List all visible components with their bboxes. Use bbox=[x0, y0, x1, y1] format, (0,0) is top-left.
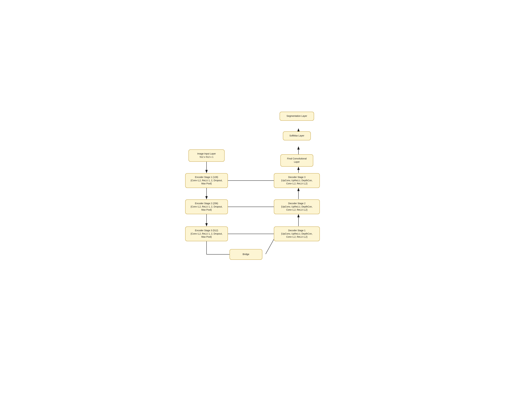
diagram-container: Image Input Layer512 x 512 x 1 Encoder S… bbox=[179, 146, 326, 274]
encoder-stage-2-node: Encoder Stage 2 (256){Conv-1,2, ReLU 1, … bbox=[185, 199, 228, 214]
bridge-label: Bridge bbox=[243, 253, 249, 256]
image-input-node: Image Input Layer512 x 512 x 1 bbox=[189, 149, 225, 162]
segmentation-node: Segmentation Layer bbox=[280, 112, 314, 121]
encoder-stage-2-label: Encoder Stage 2 (256){Conv-1,2, ReLU 1, … bbox=[191, 202, 222, 211]
softmax-node: SoftMax Layer bbox=[283, 131, 311, 140]
final-conv-label: Final ConvolutionalLayer bbox=[287, 157, 307, 163]
encoder-stage-3-node: Encoder Stage 3 (512){Conv-1,2, ReLU 1, … bbox=[185, 227, 228, 241]
decoder-stage-1-node: Decoder Stage 1{UpConv, UpReLU, DepthCon… bbox=[274, 227, 320, 241]
encoder-stage-1-label: Encoder Stage 1 (128){Conv-1,2, ReLU 1, … bbox=[191, 176, 222, 185]
decoder-stage-2-node: Decoder Stage 2{UpConv, UpReLU, DepthCon… bbox=[274, 199, 320, 214]
decoder-stage-3-node: Decoder Stage 3{UpConv, UpReLU, DepthCon… bbox=[274, 173, 320, 188]
segmentation-label: Segmentation Layer bbox=[286, 114, 307, 118]
decoder-stage-3-label: Decoder Stage 3{UpConv, UpReLU, DepthCon… bbox=[281, 176, 312, 185]
decoder-stage-1-label: Decoder Stage 1{UpConv, UpReLU, DepthCon… bbox=[281, 229, 312, 239]
encoder-stage-3-label: Encoder Stage 3 (512){Conv-1,2, ReLU 1, … bbox=[191, 229, 222, 239]
image-input-label: Image Input Layer512 x 512 x 1 bbox=[197, 152, 216, 159]
decoder-stage-2-label: Decoder Stage 2{UpConv, UpReLU, DepthCon… bbox=[281, 202, 312, 211]
softmax-label: SoftMax Layer bbox=[290, 134, 304, 137]
encoder-stage-1-node: Encoder Stage 1 (128){Conv-1,2, ReLU 1, … bbox=[185, 173, 228, 188]
bridge-node: Bridge bbox=[229, 249, 262, 260]
final-conv-node: Final ConvolutionalLayer bbox=[280, 154, 313, 167]
